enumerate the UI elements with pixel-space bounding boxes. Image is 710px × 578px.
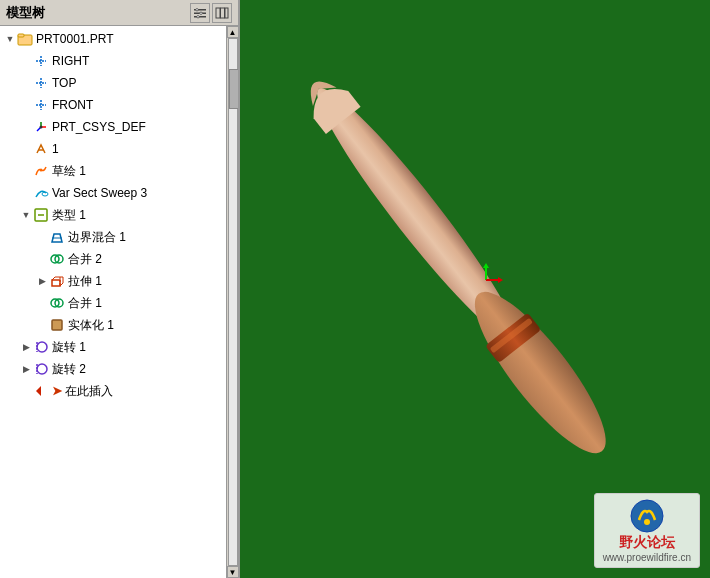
svg-rect-33 <box>52 320 62 330</box>
tree-label-prt0001: PRT0001.PRT <box>36 32 114 46</box>
tree-settings-icon[interactable] <box>190 3 210 23</box>
main-container: 模型树 ▼PRT0001.PRTRIGHTTOPFRONTPRT_CSYS_DE… <box>0 0 710 578</box>
tree-icon-revolve <box>32 338 50 356</box>
tree-item-revolve2[interactable]: ▶旋转 2 <box>0 358 226 380</box>
tree-item-right[interactable]: RIGHT <box>0 50 226 72</box>
tree-icon-sweep <box>32 184 50 202</box>
tree-item-extrude1[interactable]: ▶拉伸 1 <box>0 270 226 292</box>
tree-label-sketch1: 草绘 1 <box>52 163 86 180</box>
tree-icon-merge <box>48 294 66 312</box>
expand-arrow-varsect1 <box>20 187 32 199</box>
panel-header: 模型树 <box>0 0 238 26</box>
expand-arrow-front <box>20 99 32 111</box>
expand-arrow-prt0001[interactable]: ▼ <box>4 33 16 45</box>
expand-arrow-boundary1 <box>36 231 48 243</box>
scroll-track <box>228 38 238 566</box>
svg-rect-8 <box>225 8 228 18</box>
tree-item-merge1[interactable]: 合并 1 <box>0 292 226 314</box>
coord-indicator <box>466 260 506 303</box>
scroll-up-btn[interactable]: ▲ <box>227 26 239 38</box>
tree-icon-insert <box>32 382 50 400</box>
svg-point-34 <box>37 342 47 352</box>
tree-icon-folder <box>16 30 34 48</box>
expand-arrow-top <box>20 77 32 89</box>
expand-arrow-revolve1[interactable]: ▶ <box>20 341 32 353</box>
svg-rect-6 <box>216 8 220 18</box>
tree-label-front: FRONT <box>52 98 93 112</box>
tree-item-prt0001[interactable]: ▼PRT0001.PRT <box>0 28 226 50</box>
expand-arrow-prt_csys_def <box>20 121 32 133</box>
svg-point-22 <box>40 169 43 172</box>
expand-arrow-extrude1[interactable]: ▶ <box>36 275 48 287</box>
tree-label-boundary1: 边界混合 1 <box>68 229 126 246</box>
content-area: 模型树 ▼PRT0001.PRTRIGHTTOPFRONTPRT_CSYS_DE… <box>0 0 710 578</box>
svg-rect-7 <box>221 8 225 18</box>
tree-item-varsect1[interactable]: Var Sect Sweep 3 <box>0 182 226 204</box>
scroll-down-btn[interactable]: ▼ <box>227 566 239 578</box>
tree-item-boundary1[interactable]: 边界混合 1 <box>0 226 226 248</box>
svg-marker-38 <box>36 386 41 396</box>
tree-columns-icon[interactable] <box>212 3 232 23</box>
svg-rect-29 <box>52 280 60 286</box>
expand-arrow-type1[interactable]: ▼ <box>20 209 32 221</box>
viewport-canvas: 野火论坛 www.proewildfire.cn <box>240 0 710 578</box>
tree-label-varsect1: Var Sect Sweep 3 <box>52 186 147 200</box>
tree-item-sketch1[interactable]: 草绘 1 <box>0 160 226 182</box>
tree-icon-plane <box>32 52 50 70</box>
tree-item-front[interactable]: FRONT <box>0 94 226 116</box>
tree-label-type1: 类型 1 <box>52 207 86 224</box>
tree-icon-plane <box>32 74 50 92</box>
expand-arrow-sketch1 <box>20 165 32 177</box>
tree-item-top[interactable]: TOP <box>0 72 226 94</box>
svg-marker-46 <box>498 277 503 283</box>
tree-icon-plane <box>32 96 50 114</box>
tree-item-type1[interactable]: ▼类型 1 <box>0 204 226 226</box>
expand-arrow-merge2 <box>36 253 48 265</box>
tree-area: ▼PRT0001.PRTRIGHTTOPFRONTPRT_CSYS_DEF1草绘… <box>0 26 226 578</box>
expand-arrow-feat1 <box>20 143 32 155</box>
tree-icon-sketch_pt <box>32 140 50 158</box>
tree-label-top: TOP <box>52 76 76 90</box>
svg-point-40 <box>457 276 624 468</box>
tree-item-merge2[interactable]: 合并 2 <box>0 248 226 270</box>
tree-label-revolve1: 旋转 1 <box>52 339 86 356</box>
svg-point-36 <box>37 364 47 374</box>
panel-header-icons <box>190 3 232 23</box>
tree-label-prt_csys_def: PRT_CSYS_DEF <box>52 120 146 134</box>
tree-icon-sketch <box>32 162 50 180</box>
tree-item-insert_here[interactable]: ➤ 在此插入 <box>0 380 226 402</box>
tree-icon-revolve <box>32 360 50 378</box>
tree-icon-solid <box>48 316 66 334</box>
tree-icon-merge <box>48 250 66 268</box>
svg-point-48 <box>644 519 650 525</box>
tree-label-extrude1: 拉伸 1 <box>68 273 102 290</box>
tree-icon-type <box>32 206 50 224</box>
tree-icon-extrude <box>48 272 66 290</box>
expand-arrow-merge1 <box>36 297 48 309</box>
scroll-thumb[interactable] <box>229 69 239 109</box>
svg-point-20 <box>40 126 43 129</box>
tree-scrollbar[interactable]: ▲ ▼ <box>226 26 238 578</box>
tree-icon-csys <box>32 118 50 136</box>
expand-arrow-revolve2[interactable]: ▶ <box>20 363 32 375</box>
tree-label-revolve2: 旋转 2 <box>52 361 86 378</box>
watermark-url: www.proewildfire.cn <box>603 552 691 563</box>
watermark-logo-icon <box>629 498 665 534</box>
left-panel: 模型树 ▼PRT0001.PRTRIGHTTOPFRONTPRT_CSYS_DE… <box>0 0 240 578</box>
tree-label-solid1: 实体化 1 <box>68 317 114 334</box>
tree-item-revolve1[interactable]: ▶旋转 1 <box>0 336 226 358</box>
tree-item-feat1[interactable]: 1 <box>0 138 226 160</box>
svg-rect-10 <box>18 34 24 37</box>
svg-marker-44 <box>483 263 489 268</box>
tree-label-right: RIGHT <box>52 54 89 68</box>
tree-label-merge2: 合并 2 <box>68 251 102 268</box>
tree-label-merge1: 合并 1 <box>68 295 102 312</box>
tree-label-feat1: 1 <box>52 142 59 156</box>
expand-arrow-right <box>20 55 32 67</box>
expand-arrow-insert_here <box>20 385 32 397</box>
expand-arrow-solid1 <box>36 319 48 331</box>
svg-rect-2 <box>194 16 206 18</box>
tree-item-solid1[interactable]: 实体化 1 <box>0 314 226 336</box>
right-panel: 野火论坛 www.proewildfire.cn <box>240 0 710 578</box>
tree-item-prt_csys_def[interactable]: PRT_CSYS_DEF <box>0 116 226 138</box>
